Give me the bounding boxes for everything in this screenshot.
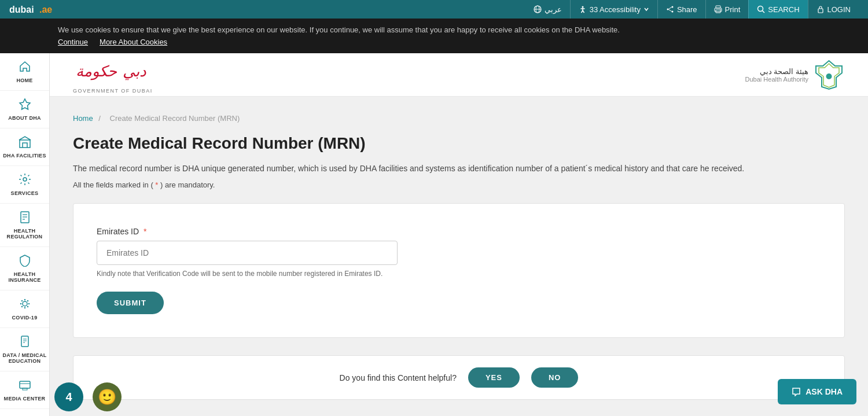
health-insurance-icon [19, 254, 31, 269]
sidebar-item-health-reg-label: HEALTH REGULATION [2, 228, 47, 240]
svg-point-31 [24, 307, 25, 308]
feedback-no-button[interactable]: NO [531, 367, 579, 388]
accessibility-btn[interactable]: 33 Accessibility [570, 0, 657, 19]
cookie-banner: We use cookies to ensure that we give th… [0, 19, 868, 53]
sidebar-item-data-label: DATA / MEDICAL EDUCATION [2, 352, 47, 364]
svg-text:dubai: dubai [9, 5, 34, 14]
dubai-logo-svg: dubai .ae [9, 3, 61, 16]
svg-point-30 [24, 299, 25, 300]
sidebar-item-dha-facilities[interactable]: DHA FACILITIES [0, 128, 49, 166]
arabic-btn[interactable]: عربي [525, 0, 570, 19]
breadcrumb-home[interactable]: Home [73, 114, 93, 123]
sidebar: HOME ABOUT DHA DHA FACILITIES SERVICES H… [0, 53, 50, 416]
sidebar-item-services[interactable]: SERVICES [0, 166, 49, 204]
covid-icon [19, 297, 31, 312]
mandatory-note-text1: All the fields marked in ( [73, 181, 153, 189]
login-btn[interactable]: LOGIN [808, 0, 859, 19]
sidebar-item-facilities-label: DHA FACILITIES [3, 153, 46, 159]
page-title: Create Medical Record Number (MRN) [73, 134, 845, 153]
home-icon [19, 60, 31, 75]
svg-line-9 [583, 10, 584, 13]
gov-subtitle: GOVERNMENT OF DUBAI [73, 88, 153, 94]
svg-point-29 [23, 301, 27, 306]
chat-avatar[interactable]: 🙂 [93, 382, 122, 411]
gov-logo-svg2: دبي [123, 56, 169, 88]
health-regulation-icon [19, 211, 31, 226]
breadcrumb: Home / Create Medical Record Number (MRN… [73, 114, 845, 123]
facilities-icon [19, 135, 31, 150]
sidebar-item-health-insurance[interactable]: HEALTH INSURANCE [0, 247, 49, 290]
cookie-continue-link[interactable]: Continue [58, 38, 88, 46]
lock-icon [816, 5, 825, 13]
main-layout: HOME ABOUT DHA DHA FACILITIES SERVICES H… [0, 53, 868, 416]
dha-emblem-svg [813, 59, 845, 91]
message-icon [792, 387, 801, 396]
emirates-id-hint: Kindly note that Verification Code will … [97, 270, 398, 278]
svg-text:دبي: دبي [123, 63, 146, 80]
svg-point-32 [20, 303, 21, 304]
login-label: LOGIN [827, 5, 851, 14]
sidebar-item-about-label: ABOUT DHA [8, 115, 41, 121]
svg-point-36 [21, 306, 22, 307]
sidebar-item-media[interactable]: MEDIA CENTER [0, 371, 49, 409]
services-icon [19, 173, 31, 188]
print-btn[interactable]: Print [705, 0, 749, 19]
svg-line-14 [668, 10, 671, 12]
about-icon [19, 98, 31, 113]
print-icon [714, 5, 722, 13]
svg-line-20 [763, 11, 765, 13]
chevron-down-icon [643, 6, 649, 12]
cookie-more-link[interactable]: More About Cookies [100, 38, 167, 46]
sidebar-item-about-dha[interactable]: ABOUT DHA [0, 91, 49, 128]
feedback-yes-button[interactable]: YES [468, 367, 520, 388]
media-icon [19, 378, 31, 393]
dha-arabic-text: هيئة الصحة دبي [745, 67, 808, 76]
svg-rect-42 [20, 381, 30, 388]
arabic-label: عربي [545, 5, 562, 14]
site-logo[interactable]: dubai .ae [9, 3, 61, 16]
emirates-id-label: Emirates ID * [97, 227, 398, 236]
page-description: The medical record number is DHA unique … [73, 162, 845, 175]
svg-line-13 [668, 8, 671, 9]
svg-point-35 [27, 306, 28, 307]
content-area: حكومة دبي GOVERNMENT OF DUBAI هيئة الصحة… [50, 53, 868, 416]
emirates-id-input[interactable] [97, 241, 398, 265]
top-bar-actions: عربي 33 Accessibility Share Print SEARCH… [525, 0, 859, 19]
sidebar-item-data-medical[interactable]: DATA / MEDICAL EDUCATION [0, 328, 49, 371]
share-icon [666, 5, 674, 13]
cookie-message: We use cookies to ensure that we give th… [58, 25, 810, 34]
svg-rect-21 [818, 9, 823, 13]
required-star: * [144, 227, 146, 236]
svg-text:.ae: .ae [39, 5, 52, 14]
dha-text: هيئة الصحة دبي Dubai Health Authority [745, 67, 808, 83]
share-label: Share [677, 5, 697, 14]
submit-button[interactable]: SUBMIT [97, 292, 164, 314]
share-btn[interactable]: Share [657, 0, 705, 19]
breadcrumb-current: Create Medical Record Number (MRN) [110, 114, 240, 123]
svg-point-49 [826, 73, 832, 79]
data-medical-icon [19, 335, 31, 350]
svg-rect-38 [21, 336, 28, 347]
sidebar-item-covid[interactable]: COVID-19 [0, 290, 49, 328]
accessibility-icon [579, 5, 587, 13]
emirates-id-label-text: Emirates ID [97, 227, 139, 236]
government-logo: حكومة دبي GOVERNMENT OF DUBAI [73, 56, 169, 94]
accessibility-label: 33 Accessibility [590, 5, 641, 14]
svg-point-33 [28, 303, 29, 304]
top-bar: dubai .ae عربي 33 Accessibility Share Pr… [0, 0, 868, 19]
cookie-links: Continue More About Cookies [58, 38, 810, 46]
svg-point-11 [667, 9, 668, 10]
print-label: Print [725, 5, 741, 14]
sidebar-item-home[interactable]: HOME [0, 53, 49, 91]
gov-logo-wrap: حكومة دبي [73, 56, 169, 88]
dha-logo: هيئة الصحة دبي Dubai Health Authority [745, 59, 845, 91]
search-icon [757, 5, 765, 13]
svg-text:حكومة: حكومة [76, 63, 117, 80]
svg-rect-15 [716, 6, 720, 8]
ask-dha-button[interactable]: ASK DHA [778, 379, 856, 404]
page-content: Home / Create Medical Record Number (MRN… [50, 97, 868, 416]
search-btn[interactable]: SEARCH [748, 0, 807, 19]
sidebar-item-health-regulation[interactable]: HEALTH REGULATION [0, 204, 49, 247]
svg-point-10 [671, 6, 673, 8]
globe-icon [534, 5, 542, 13]
